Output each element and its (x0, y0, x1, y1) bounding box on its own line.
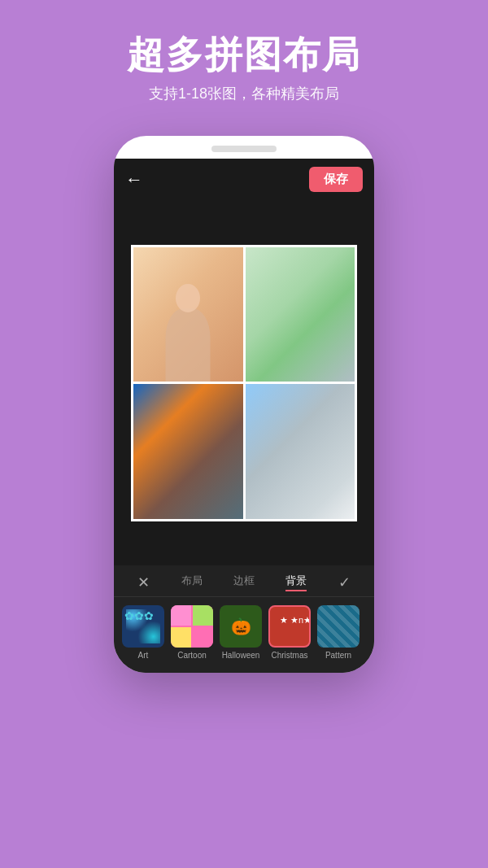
theme-art-label: Art (138, 651, 149, 660)
photo-cell-2 (246, 247, 355, 382)
tab-bar: ✕ 布局 边框 背景 ✓ (114, 565, 374, 597)
theme-pattern-thumb (317, 605, 359, 648)
theme-halloween-thumb (220, 605, 262, 648)
phone-wrapper: ← 保存 ✕ 布局 边框 背景 ✓ (0, 136, 488, 673)
theme-cartoon-thumb (171, 605, 213, 648)
photo-cell-4 (246, 384, 355, 519)
tab-border[interactable]: 边框 (233, 574, 255, 591)
theme-art-thumb (122, 605, 164, 648)
close-icon[interactable]: ✕ (137, 574, 150, 591)
theme-christmas[interactable]: Christmas (268, 605, 311, 660)
top-section: 超多拼图布局 支持1-18张图，各种精美布局 (0, 0, 488, 128)
theme-strip: Art Cartoon Halloween (114, 597, 374, 665)
sub-title: 支持1-18张图，各种精美布局 (0, 84, 488, 103)
theme-cartoon-label: Cartoon (177, 651, 207, 660)
phone-screen: ← 保存 ✕ 布局 边框 背景 ✓ (114, 159, 374, 673)
theme-christmas-thumb (268, 605, 311, 648)
tab-layout[interactable]: 布局 (181, 574, 203, 591)
collage-area (114, 200, 374, 565)
back-button[interactable]: ← (125, 169, 143, 190)
tab-background[interactable]: 背景 (285, 574, 307, 591)
screen-topbar: ← 保存 (114, 159, 374, 200)
theme-art[interactable]: Art (122, 605, 164, 660)
theme-pattern-label: Pattern (325, 651, 351, 660)
theme-halloween-label: Halloween (222, 651, 260, 660)
bottom-panel: ✕ 布局 边框 背景 ✓ Art (114, 565, 374, 673)
save-button[interactable]: 保存 (309, 167, 363, 192)
photo-cell-3 (133, 384, 243, 519)
main-title: 超多拼图布局 (0, 33, 488, 77)
photo-cell-1 (133, 247, 243, 382)
phone-notch (211, 146, 277, 152)
phone-mockup: ← 保存 ✕ 布局 边框 背景 ✓ (114, 136, 374, 673)
theme-christmas-label: Christmas (271, 651, 307, 660)
theme-cartoon[interactable]: Cartoon (171, 605, 213, 660)
theme-halloween[interactable]: Halloween (220, 605, 262, 660)
theme-pattern[interactable]: Pattern (317, 605, 359, 660)
check-icon[interactable]: ✓ (338, 574, 351, 591)
collage-frame (131, 245, 357, 521)
